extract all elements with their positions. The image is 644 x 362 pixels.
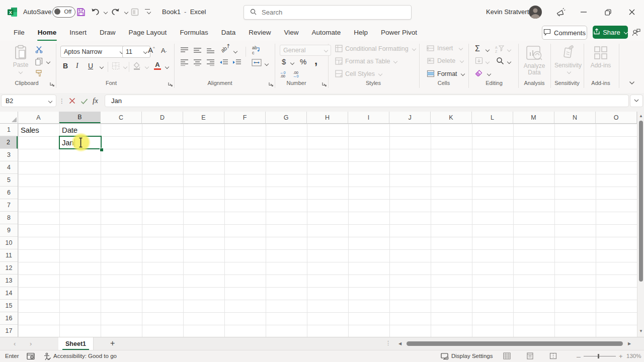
- collapse-ribbon-icon[interactable]: [629, 78, 635, 87]
- fill-down-icon[interactable]: [475, 57, 483, 66]
- orientation-icon[interactable]: ab↗: [219, 42, 232, 54]
- row-header[interactable]: 15: [0, 300, 18, 312]
- number-dialog-launcher-icon[interactable]: [321, 79, 328, 85]
- display-settings-label[interactable]: Display Settings: [451, 353, 493, 359]
- zoom-level[interactable]: 130%: [626, 353, 641, 359]
- undo-button[interactable]: [91, 8, 100, 18]
- avatar[interactable]: [529, 6, 542, 19]
- center-icon[interactable]: [193, 59, 202, 68]
- row-header[interactable]: 9: [0, 224, 18, 237]
- align-left-icon[interactable]: [180, 59, 189, 68]
- macro-record-icon[interactable]: [27, 352, 35, 362]
- clipboard-dialog-launcher-icon[interactable]: [49, 79, 55, 85]
- column-header[interactable]: B: [59, 112, 101, 123]
- wrap-text-icon[interactable]: abc: [252, 45, 261, 57]
- confirm-entry-icon[interactable]: [80, 98, 88, 107]
- currency-format-button[interactable]: $: [282, 57, 286, 66]
- row-header[interactable]: 5: [0, 174, 18, 187]
- row-header[interactable]: 12: [0, 262, 18, 275]
- share-button[interactable]: Share: [593, 26, 628, 39]
- ribbon-tab[interactable]: Home: [31, 24, 63, 41]
- vertical-scroll-thumb[interactable]: [639, 121, 643, 282]
- column-header[interactable]: C: [101, 112, 142, 123]
- decrease-decimal-button[interactable]: .00 →0: [293, 71, 299, 78]
- row-header[interactable]: 1: [0, 124, 18, 136]
- horizontal-scroll-thumb[interactable]: [407, 341, 623, 346]
- expand-formula-bar-button[interactable]: [630, 95, 643, 107]
- grow-font-button[interactable]: A^: [148, 46, 155, 54]
- clear-dropdown-icon[interactable]: [487, 72, 491, 76]
- underline-dropdown-icon[interactable]: [100, 65, 104, 69]
- prev-sheet-icon[interactable]: ‹: [14, 340, 16, 347]
- bottom-align-icon[interactable]: [206, 47, 215, 56]
- select-all-corner[interactable]: [0, 112, 18, 124]
- insert-function-button[interactable]: fx: [93, 97, 98, 105]
- restore-button[interactable]: [602, 6, 614, 18]
- row-header[interactable]: 4: [0, 161, 18, 174]
- autosum-dropdown-icon[interactable]: [486, 48, 490, 52]
- ribbon-tab[interactable]: File: [7, 24, 31, 41]
- cell-styles-button[interactable]: Cell Styles: [335, 70, 382, 77]
- middle-align-icon[interactable]: [193, 47, 202, 56]
- formula-bar-grip-icon[interactable]: ⋮: [59, 98, 65, 105]
- column-header[interactable]: G: [266, 112, 307, 123]
- ribbon-tab[interactable]: Data: [215, 24, 243, 41]
- comments-button[interactable]: Comments: [542, 26, 587, 40]
- minimize-button[interactable]: [578, 6, 590, 18]
- font-size-combo[interactable]: 11: [122, 46, 150, 58]
- row-header[interactable]: 6: [0, 187, 18, 199]
- user-name[interactable]: Kevin Stratvert: [486, 8, 529, 16]
- orientation-dropdown-icon[interactable]: [233, 49, 237, 53]
- column-header[interactable]: J: [389, 112, 431, 123]
- row-header[interactable]: 10: [0, 237, 18, 249]
- cut-icon[interactable]: [35, 46, 43, 55]
- sensitivity-button[interactable]: Sensitivity: [553, 45, 583, 73]
- italic-button[interactable]: I: [76, 62, 78, 70]
- column-header[interactable]: K: [431, 112, 472, 123]
- page-break-preview-icon[interactable]: [549, 352, 557, 361]
- normal-view-icon[interactable]: [503, 352, 511, 361]
- currency-dropdown-icon[interactable]: [290, 61, 294, 65]
- column-header[interactable]: F: [224, 112, 266, 123]
- font-name-combo[interactable]: Aptos Narrow: [60, 46, 127, 58]
- top-align-icon[interactable]: [180, 47, 189, 56]
- column-header[interactable]: O: [596, 112, 637, 123]
- scrollbar-grip-icon[interactable]: ⋮: [385, 340, 391, 346]
- row-header[interactable]: 17: [0, 325, 18, 337]
- accessibility-status[interactable]: Accessibility: Good to go: [53, 353, 117, 359]
- redo-dropdown-icon[interactable]: [124, 10, 128, 14]
- decrease-indent-icon[interactable]: [219, 59, 228, 68]
- ribbon-tab[interactable]: Page Layout: [122, 24, 174, 41]
- conditional-formatting-button[interactable]: Conditional Formatting: [335, 45, 416, 52]
- cancel-entry-icon[interactable]: [68, 97, 76, 107]
- grid-cells-area[interactable]: Sales Date Jan: [18, 124, 637, 337]
- zoom-out-button[interactable]: –: [577, 352, 581, 360]
- borders-dropdown-icon[interactable]: [123, 65, 127, 69]
- column-header[interactable]: M: [513, 112, 554, 123]
- column-header[interactable]: E: [183, 112, 224, 123]
- qat-overflow-icon[interactable]: [145, 9, 150, 10]
- autosave-toggle[interactable]: Off: [52, 7, 75, 18]
- merge-center-icon[interactable]: [252, 59, 262, 68]
- comma-style-button[interactable]: ,: [314, 54, 317, 67]
- row-header[interactable]: 16: [0, 312, 18, 325]
- hscroll-left-icon[interactable]: ◀: [398, 341, 401, 346]
- zoom-in-button[interactable]: +: [619, 352, 623, 360]
- font-color-dropdown-icon[interactable]: [165, 65, 169, 69]
- increase-decimal-button[interactable]: ←0 .00: [280, 71, 286, 78]
- undo-dropdown-icon[interactable]: [104, 10, 108, 14]
- font-color-button[interactable]: A: [154, 61, 161, 70]
- zoom-slider-track[interactable]: [584, 356, 616, 356]
- sheet-tab[interactable]: Sheet1: [58, 337, 94, 350]
- column-header[interactable]: D: [142, 112, 183, 123]
- merge-center-dropdown-icon[interactable]: [265, 62, 269, 66]
- accessibility-checker-icon[interactable]: [43, 352, 51, 362]
- fill-down-dropdown-icon[interactable]: [486, 60, 490, 64]
- search-input[interactable]: [261, 8, 393, 17]
- ribbon-tab[interactable]: Draw: [93, 24, 122, 41]
- zoom-slider-thumb[interactable]: [598, 354, 599, 358]
- copy-dropdown-icon[interactable]: [46, 60, 50, 64]
- analyze-data-button[interactable]: Analyze Data: [521, 45, 547, 76]
- insert-cells-button[interactable]: Insert: [427, 45, 462, 52]
- sort-filter-dropdown-icon[interactable]: [507, 48, 511, 52]
